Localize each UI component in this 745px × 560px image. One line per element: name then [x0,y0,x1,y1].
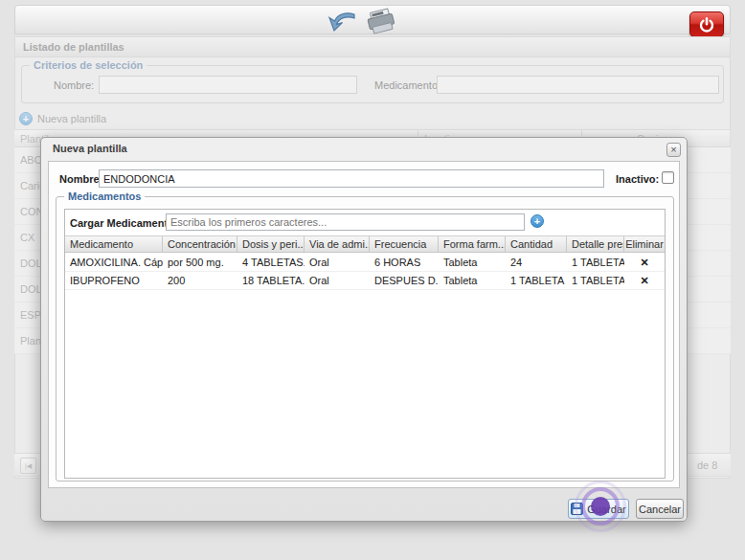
col-dosis[interactable]: Dosis y peri... [237,236,305,252]
col-medicamento[interactable]: Medicamento [65,236,163,252]
dialog-title: Nueva plantilla [53,143,127,154]
medications-legend: Medicamentos [64,190,145,202]
add-medication-icon[interactable]: + [531,214,544,228]
cell-via: Oral [305,254,370,271]
inactivo-checkbox[interactable] [662,171,674,184]
back-icon[interactable] [325,6,359,39]
cell-medicamento: IBUPROFENO [65,272,163,289]
top-toolbar [14,5,731,34]
save-label: Guardar [587,504,625,515]
delete-row-icon[interactable]: ✕ [624,272,665,289]
medication-row[interactable]: AMOXICILINA. Cáps... por 500 mg. 4 TABLE… [65,254,665,272]
nombre-input[interactable] [99,169,604,188]
medications-table-header: Medicamento Concentración Dosis y peri..… [65,235,665,253]
cell-frecuencia: DESPUES D... [370,272,439,289]
cargar-medicamento-input[interactable] [166,213,525,231]
save-button[interactable]: Guardar [568,499,629,519]
cancel-label: Cancelar [639,504,681,515]
col-cantidad[interactable]: Cantidad [506,236,567,252]
cell-concentracion: por 500 mg. [163,254,237,271]
cell-via: Oral [305,272,370,289]
cell-cantidad: 1 TABLETA [506,272,567,289]
cell-frecuencia: 6 HORAS [370,254,439,271]
col-eliminar: Eliminar [624,236,665,252]
col-via[interactable]: Via de admi... [305,236,370,252]
col-frecuencia[interactable]: Frecuencia [370,236,439,252]
medications-fieldset: Medicamentos Cargar Medicamento: + Medic… [56,196,674,482]
inactivo-label: Inactivo: [616,173,659,185]
cell-cantidad: 24 [506,254,567,271]
col-detalle[interactable]: Detalle pres... [567,236,624,252]
medications-panel: Cargar Medicamento: + Medicamento Concen… [64,209,666,479]
cell-concentracion: 200 [163,272,237,289]
save-icon [571,503,583,515]
cell-dosis: 18 TABLETA... [237,272,305,289]
cell-detalle: 1 TABLETA ... [567,272,624,289]
close-icon[interactable]: × [666,143,681,157]
cell-medicamento: AMOXICILINA. Cáps... [65,254,163,271]
power-button[interactable] [689,11,724,37]
cell-forma: Tableta [439,254,506,271]
dialog-body: Nombre: Inactivo: Medicamentos Cargar Me… [48,161,680,488]
col-concentracion[interactable]: Concentración [163,236,237,252]
new-template-dialog: Nueva plantilla × Nombre: Inactivo: Medi… [40,137,688,522]
medication-row[interactable]: IBUPROFENO 200 18 TABLETA... Oral DESPUE… [65,272,665,290]
cell-forma: Tableta [439,272,506,289]
cell-dosis: 4 TABLETAS... [237,254,305,271]
delete-row-icon[interactable]: ✕ [624,254,665,271]
cell-detalle: 1 TABLETA ... [567,254,624,271]
cargar-medicamento-label: Cargar Medicamento: [70,217,177,229]
cancel-button[interactable]: Cancelar [636,499,684,519]
nombre-label: Nombre: [59,173,102,185]
col-forma[interactable]: Forma farm... [439,236,506,252]
